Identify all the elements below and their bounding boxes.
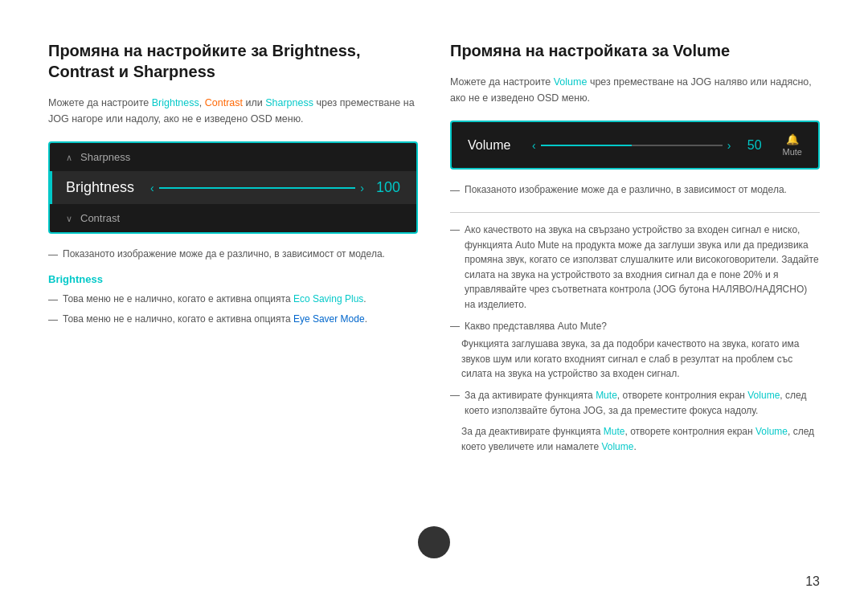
bullet-4: За да деактивирате функцията Mute, отвор… <box>461 424 820 454</box>
bullet-2: — Какво представлява Auto Mute? <box>450 319 820 334</box>
left-section-title: Промяна на настройките за Brightness, Co… <box>48 40 418 82</box>
note-text: Показаното изображение може да е различн… <box>63 247 385 261</box>
eye-saver-note: — Това меню не е налично, когато е актив… <box>48 312 418 327</box>
brightness-value: 100 <box>372 179 400 196</box>
bullet-3: — За да активирате функцията Mute, отвор… <box>450 388 820 418</box>
left-intro: Можете да настроите Brightness, Contrast… <box>48 95 418 127</box>
arrow-down-icon <box>66 212 80 224</box>
bullet-1: — Ако качеството на звука на свързано ус… <box>450 223 820 313</box>
volume-mute-section: 🔔 Mute <box>783 133 802 157</box>
volume-highlight: Volume <box>554 76 588 88</box>
sharpness-highlight: Sharpness <box>265 97 313 108</box>
left-note: — Показаното изображение може да е разли… <box>48 247 418 262</box>
eco-saving-note: — Това меню не е налично, когато е актив… <box>48 292 418 307</box>
osd-contrast-row: Contrast <box>50 204 416 232</box>
brightness-highlight: Brightness <box>152 97 199 108</box>
divider <box>450 212 820 213</box>
volume-fill <box>541 145 632 146</box>
bullet-1-dash: — <box>450 223 460 313</box>
volume-arrow-right: › <box>727 139 731 152</box>
volume-osd-box: Volume ‹ › 50 🔔 Mute <box>450 121 820 170</box>
brightness-subsection-title: Brightness <box>48 273 418 285</box>
osd-sharpness-row: Sharpness <box>50 143 416 171</box>
nav-circle[interactable] <box>418 526 450 558</box>
bullet-2-dash: — <box>450 319 460 334</box>
right-note: — Показаното изображение може да е разли… <box>450 182 820 198</box>
bullet-3-dash: — <box>450 388 460 418</box>
eye-dash: — <box>48 313 58 327</box>
osd-menu-box: Sharpness Brightness ‹ › 100 Contrast <box>48 141 418 234</box>
volume-value: 50 <box>738 138 762 153</box>
eye-saver-link: Eye Saver Mode <box>293 313 365 325</box>
auto-mute-explanation: Функцията заглушава звука, за да подобри… <box>461 337 820 382</box>
bullet-2-text: Какво представлява Auto Mute? <box>465 319 607 334</box>
page-number: 13 <box>805 574 820 589</box>
right-note-text: Показаното изображение може да е различн… <box>465 182 787 197</box>
mute-label: Mute <box>783 147 802 157</box>
contrast-label: Contrast <box>80 212 120 224</box>
contrast-highlight: Contrast <box>205 97 243 108</box>
mute-activate-link: Mute <box>596 390 617 401</box>
right-column: Промяна на настройката за Volume Можете … <box>450 40 820 581</box>
volume-deactivate-link2: Volume <box>601 441 633 452</box>
volume-slider-section: ‹ › 50 <box>532 138 762 153</box>
eco-text: Това меню не е налично, когато е активна… <box>63 292 366 306</box>
volume-track <box>541 145 723 146</box>
volume-arrow-left: ‹ <box>532 139 536 152</box>
osd-brightness-row: Brightness ‹ › 100 <box>50 171 416 204</box>
bullet-3-text: За да активирате функцията Mute, отворет… <box>465 388 820 418</box>
eco-dash: — <box>48 292 58 307</box>
volume-deactivate-link: Volume <box>755 426 788 437</box>
slider-fill <box>159 187 356 189</box>
bullet-1-text: Ако качеството на звука на свързано устр… <box>465 223 820 313</box>
brightness-slider: ‹ › <box>150 182 364 194</box>
right-intro: Можете да настроите Volume чрез преместв… <box>450 74 820 106</box>
arrow-up-icon <box>66 151 80 163</box>
right-note-dash: — <box>450 183 460 198</box>
mute-icon: 🔔 <box>786 133 799 145</box>
page-container: Промяна на настройките за Brightness, Co… <box>0 0 868 613</box>
slider-arrow-right: › <box>360 182 364 194</box>
sharpness-label: Sharpness <box>80 151 130 163</box>
right-section-title: Промяна на настройката за Volume <box>450 40 820 61</box>
left-column: Промяна на настройките за Brightness, Co… <box>48 40 418 581</box>
eye-text: Това меню не е налично, когато е активна… <box>63 312 367 326</box>
note-dash: — <box>48 247 58 262</box>
slider-arrow-left: ‹ <box>150 182 154 194</box>
volume-activate-link: Volume <box>747 390 780 401</box>
volume-label: Volume <box>468 138 524 153</box>
mute-deactivate-link: Mute <box>604 426 625 437</box>
slider-track <box>159 187 356 189</box>
brightness-active-label: Brightness <box>66 179 134 196</box>
eco-saving-link: Eco Saving Plus <box>293 293 363 304</box>
